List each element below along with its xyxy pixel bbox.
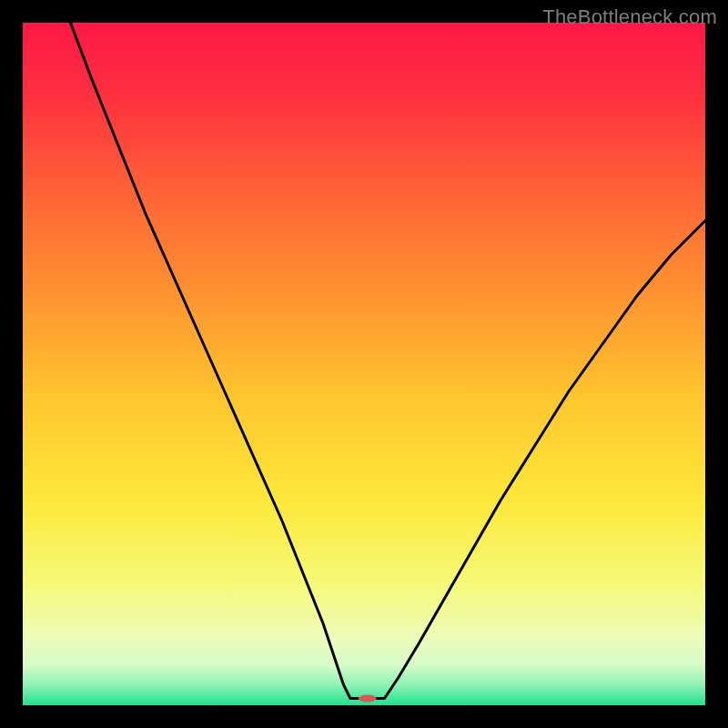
watermark-text: TheBottleneck.com (542, 5, 717, 29)
optimum-marker (359, 695, 377, 703)
plot-area (23, 23, 705, 705)
chart-frame: TheBottleneck.com (0, 0, 728, 728)
gradient-background (23, 23, 705, 705)
chart-svg (23, 23, 705, 705)
